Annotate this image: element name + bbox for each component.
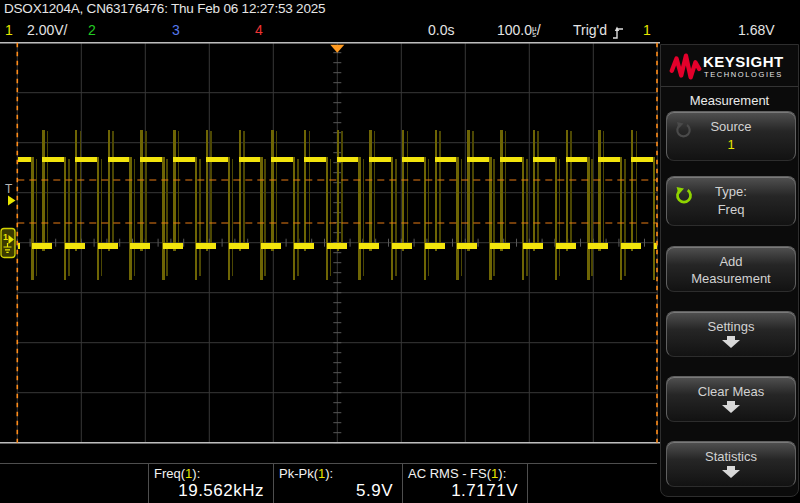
window-title: DSOX1204A, CN63176476: Thu Feb 06 12:27:… bbox=[4, 1, 325, 16]
channel-3-indicator[interactable]: 3 bbox=[172, 22, 180, 38]
keysight-logo: KEYSIGHT TECHNOLOGIES bbox=[661, 48, 798, 87]
button-value: Freq bbox=[667, 202, 795, 217]
button-label: Clear Meas bbox=[667, 384, 795, 399]
time-reference-marker[interactable] bbox=[330, 45, 344, 53]
keysight-spark-icon bbox=[668, 51, 702, 83]
measurement-acrms: AC RMS - FS(1): 1.7171V bbox=[403, 464, 526, 503]
button-value: 1 bbox=[667, 137, 795, 152]
trigger-status: Trig'd bbox=[573, 22, 607, 38]
oscilloscope-screen: DSOX1204A, CN63176476: Thu Feb 06 12:27:… bbox=[0, 0, 800, 503]
cell-divider bbox=[527, 464, 528, 503]
channel-2-indicator[interactable]: 2 bbox=[88, 22, 96, 38]
down-arrow-icon bbox=[718, 466, 744, 479]
timebase-setting[interactable]: 100.0µs/ bbox=[497, 22, 541, 38]
trigger-source[interactable]: 1 bbox=[643, 22, 651, 38]
measurement-value: 19.562kHz bbox=[178, 481, 264, 501]
measurement-value: 1.7171V bbox=[451, 481, 518, 501]
measurement-label: Freq(1): bbox=[154, 466, 200, 481]
channel-4-indicator[interactable]: 4 bbox=[255, 22, 263, 38]
type-button[interactable]: Type: Freq bbox=[666, 176, 796, 226]
waveform-display: T1 bbox=[0, 42, 660, 463]
add-measurement-button[interactable]: Add Measurement bbox=[666, 246, 796, 292]
timebase-suffix: / bbox=[537, 22, 541, 38]
statistics-button[interactable]: Statistics bbox=[666, 441, 796, 487]
brand-name: KEYSIGHT bbox=[703, 53, 784, 70]
button-label: Add bbox=[667, 254, 795, 269]
brand-tagline: TECHNOLOGIES bbox=[704, 70, 783, 79]
settings-button[interactable]: Settings bbox=[666, 311, 796, 357]
trigger-level-marker[interactable]: T bbox=[5, 182, 16, 206]
measurement-label: Pk-Pk(1): bbox=[279, 466, 333, 481]
button-label: Source bbox=[667, 119, 795, 134]
menu-title: Measurement bbox=[661, 93, 798, 108]
button-label: Measurement bbox=[667, 271, 795, 286]
source-button[interactable]: Source 1 bbox=[666, 111, 796, 161]
timebase-value: 100.0 bbox=[497, 22, 532, 38]
softkey-menu: KEYSIGHT TECHNOLOGIES Measurement Source… bbox=[660, 44, 799, 497]
measurement-label: AC RMS - FS(1): bbox=[408, 466, 506, 481]
clear-meas-button[interactable]: Clear Meas bbox=[666, 376, 796, 422]
trigger-slope-icon bbox=[612, 25, 624, 40]
measurement-bar: Freq(1): 19.562kHz Pk-Pk(1): 5.9V AC RMS… bbox=[0, 463, 660, 503]
down-arrow-icon bbox=[718, 336, 744, 349]
button-label: Type: bbox=[667, 184, 795, 199]
measurement-value: 5.9V bbox=[356, 481, 393, 501]
measurement-freq: Freq(1): 19.562kHz bbox=[149, 464, 272, 503]
trigger-level[interactable]: 1.68V bbox=[738, 22, 775, 38]
channel-1-ground-marker[interactable]: 1 bbox=[1, 229, 15, 258]
svg-text:T: T bbox=[5, 182, 13, 196]
channel-1-indicator[interactable]: 1 bbox=[5, 22, 13, 38]
svg-text:1: 1 bbox=[3, 232, 8, 242]
down-arrow-icon bbox=[718, 401, 744, 414]
measurement-pkpk: Pk-Pk(1): 5.9V bbox=[274, 464, 401, 503]
horizontal-delay[interactable]: 0.0s bbox=[428, 22, 454, 38]
button-label: Statistics bbox=[667, 449, 795, 464]
button-label: Settings bbox=[667, 319, 795, 334]
channel-1-scale[interactable]: 2.00V/ bbox=[27, 22, 67, 38]
